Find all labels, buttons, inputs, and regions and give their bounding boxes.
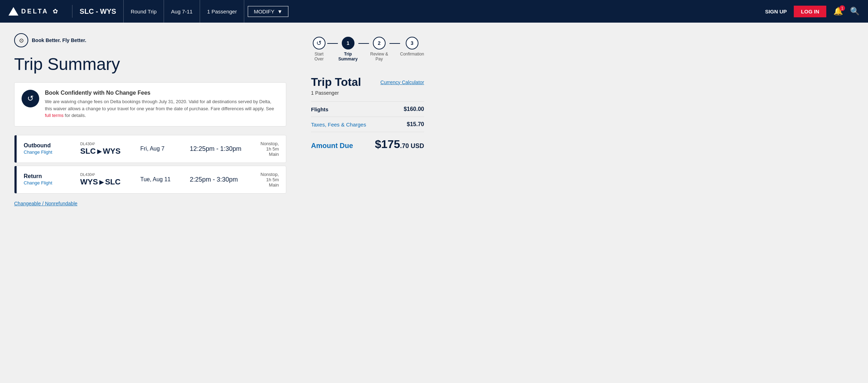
step-line-1 [358,43,369,44]
return-flight-info: DL4304¹ WYS ▶ SLC [80,172,126,187]
start-over-step: ↺ Start Over [311,37,327,61]
step-3: 3 Confirmation [400,37,424,57]
amount-due-big: $175 [375,138,400,151]
return-from: WYS [80,177,98,187]
outbound-details: Nonstop, 1h 5m Main [260,141,282,157]
full-terms-link[interactable]: full terms [45,113,64,118]
outbound-date: Fri, Aug 7 [140,146,176,152]
step-1-circle: 1 [342,37,354,49]
start-over-label: Start Over [311,52,327,61]
header-info: Round Trip Aug 7-11 1 Passenger MODIFY ▼ [116,0,765,23]
badge-normal: Book Better. [32,37,61,43]
return-labels: Return Change Flight [24,173,66,186]
amount-due-small: .70 USD [400,142,424,149]
modify-chevron-icon: ▼ [277,8,283,14]
main-header: DELTA ✿ SLC - WYS Round Trip Aug 7-11 1 … [0,0,868,23]
no-change-fees-box: ↺ Book Confidently with No Change Fees W… [14,82,286,126]
step-2-label: Review & Pay [369,52,389,61]
return-flight-num: DL4304¹ [80,172,126,177]
refresh-icon: ↺ [27,94,34,103]
taxes-value: $15.70 [407,121,424,128]
changeable-nonrefundable-link[interactable]: Changeable / Nonrefundable [14,201,77,206]
step-1-label: Trip Summary [338,52,358,61]
main-container: ⊙ Book Better. Fly Better. Trip Summary … [0,23,868,217]
return-content: Return Change Flight DL4304¹ WYS ▶ SLC T… [17,166,286,193]
info-body-text: We are waiving change fees on Delta book… [45,99,274,111]
no-change-fees-heading: Book Confidently with No Change Fees [45,90,279,96]
login-button[interactable]: LOG IN [794,6,826,17]
modify-label: MODIFY [254,8,274,14]
outbound-to: WYS [103,147,121,156]
step-line-0 [327,43,338,44]
outbound-nonstop: Nonstop, 1h 5m [260,141,279,152]
no-change-fees-body: We are waiving change fees on Delta book… [45,98,279,119]
return-date: Tue, Aug 11 [140,176,176,183]
return-to: SLC [105,177,121,187]
outbound-time: 12:25pm - 1:30pm [190,145,246,153]
return-route-arrow-icon: ▶ [99,179,104,185]
delta-logo-triangle [8,7,18,16]
header-right: SIGN UP LOG IN 🔔 1 🔍 [765,6,860,17]
step-2-number: 2 [378,40,381,46]
step-1: 1 Trip Summary [338,37,358,61]
flights-line-item: Flights $160.00 [311,101,424,117]
start-over-button[interactable]: ↺ [313,37,326,49]
step-2: 2 Review & Pay [369,37,389,61]
logo: DELTA ✿ [8,7,58,16]
taxes-label: Taxes, Fees & Charges [311,122,366,128]
trip-type-pill: Round Trip [123,0,164,23]
outbound-labels: Outbound Change Flight [24,142,66,155]
notifications-button[interactable]: 🔔 1 [833,7,843,16]
return-route: WYS ▶ SLC [80,177,126,187]
clock-icon: ⊙ [19,37,24,44]
return-details: Nonstop, 1h 5m Main [260,172,282,188]
passengers-pill: 1 Passenger [200,0,244,23]
outbound-type: Outbound [24,142,66,149]
step-2-circle: 2 [373,37,386,49]
no-change-fees-icon: ↺ [22,90,39,107]
info-body-end: for details. [65,113,86,118]
return-nonstop: Nonstop, 1h 5m [260,172,279,182]
route-display: SLC - WYS [80,7,116,16]
step-line-2 [389,43,400,44]
return-cabin: Main [260,182,279,188]
trip-total-header: Trip Total Currency Calculator [311,76,424,89]
trip-passenger-count: 1 Passenger [311,90,424,96]
outbound-change-flight-link[interactable]: Change Flight [24,149,52,155]
dates-pill: Aug 7-11 [164,0,200,23]
return-segment-card: Return Change Flight DL4304¹ WYS ▶ SLC T… [14,166,286,194]
return-type: Return [24,173,66,179]
trip-total-section: Trip Total Currency Calculator 1 Passeng… [311,76,424,157]
outbound-flight-num: DL4304¹ [80,142,126,146]
logo-text: DELTA [21,8,48,15]
flights-label: Flights [311,106,328,112]
search-icon[interactable]: 🔍 [850,7,860,16]
logo-icon: ✿ [53,7,58,15]
step-3-label: Confirmation [400,52,424,57]
outbound-content: Outbound Change Flight DL4304¹ SLC ▶ WYS… [17,135,286,163]
signup-button[interactable]: SIGN UP [765,8,787,14]
badge-text: Book Better. Fly Better. [32,37,86,43]
amount-due-label: Amount Due [311,142,353,150]
step-3-circle: 3 [406,37,418,49]
right-panel: ↺ Start Over 1 Trip Summary 2 Review & P… [300,23,435,217]
taxes-line-item: Taxes, Fees & Charges $15.70 [311,117,424,132]
trip-total-title: Trip Total [311,76,361,89]
badge-circle-icon: ⊙ [14,33,28,47]
route-arrow-icon: ▶ [97,148,101,155]
page-title: Trip Summary [14,54,286,74]
return-change-flight-link[interactable]: Change Flight [24,180,52,185]
currency-calculator-link[interactable]: Currency Calculator [380,79,424,85]
booking-stepper: ↺ Start Over 1 Trip Summary 2 Review & P… [311,33,424,61]
step-1-number: 1 [347,40,350,46]
left-panel: ⊙ Book Better. Fly Better. Trip Summary … [0,23,300,217]
modify-button[interactable]: MODIFY ▼ [248,6,288,17]
badge-bold: Fly Better. [62,37,86,43]
header-divider-1 [72,5,72,18]
notification-badge: 1 [839,5,845,11]
no-change-fees-content: Book Confidently with No Change Fees We … [45,90,279,119]
return-time: 2:25pm - 3:30pm [190,176,246,183]
amount-due-row: Amount Due $175.70 USD [311,132,424,157]
step-3-number: 3 [411,40,414,46]
outbound-route: SLC ▶ WYS [80,147,126,156]
